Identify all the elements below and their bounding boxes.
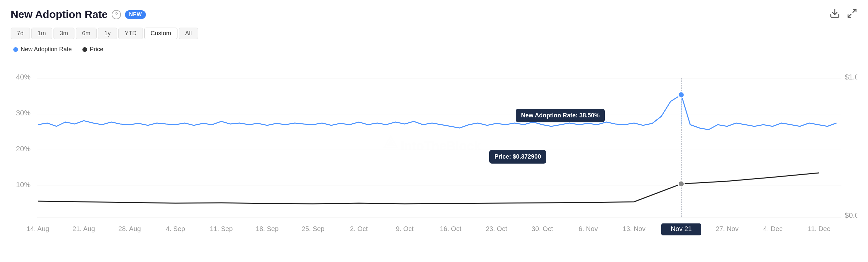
tooltip-adoption-value: 38.50% bbox=[579, 112, 599, 119]
filter-7d[interactable]: 7d bbox=[11, 28, 30, 39]
svg-line-1 bbox=[853, 9, 856, 12]
svg-text:23. Oct: 23. Oct bbox=[486, 225, 507, 232]
filter-1y[interactable]: 1y bbox=[98, 28, 117, 39]
legend-label-price: Price bbox=[90, 46, 103, 53]
svg-text:$1.00: $1.00 bbox=[845, 73, 857, 81]
svg-text:13. Nov: 13. Nov bbox=[623, 225, 646, 232]
header: New Adoption Rate ? NEW bbox=[11, 8, 857, 21]
legend-label-adoption: New Adoption Rate bbox=[21, 46, 72, 53]
svg-text:27. Nov: 27. Nov bbox=[716, 225, 739, 232]
svg-text:4. Sep: 4. Sep bbox=[166, 225, 185, 232]
filter-custom[interactable]: Custom bbox=[144, 28, 178, 39]
time-filters: 7d 1m 3m 6m 1y YTD Custom All bbox=[11, 28, 857, 39]
svg-text:6. Nov: 6. Nov bbox=[579, 225, 598, 232]
filter-1m[interactable]: 1m bbox=[31, 28, 52, 39]
adoption-line bbox=[38, 95, 836, 130]
tooltip-price-label: Price: bbox=[494, 153, 513, 160]
svg-text:Nov 21: Nov 21 bbox=[671, 225, 691, 232]
chart-container: New Adoption Rate ? NEW bbox=[0, 0, 868, 262]
svg-text:18. Sep: 18. Sep bbox=[256, 225, 279, 232]
chart-area: IntoTheBlock 40% 30% 20% 10% $1.00 $0.00… bbox=[11, 58, 857, 238]
svg-text:30. Oct: 30. Oct bbox=[532, 225, 553, 232]
filter-ytd[interactable]: YTD bbox=[118, 28, 143, 39]
svg-text:40%: 40% bbox=[16, 73, 31, 81]
svg-text:16. Oct: 16. Oct bbox=[440, 225, 462, 232]
expand-icon[interactable] bbox=[847, 8, 857, 21]
legend-adoption: New Adoption Rate bbox=[13, 46, 72, 53]
svg-line-2 bbox=[848, 14, 851, 17]
svg-text:$0.00: $0.00 bbox=[845, 211, 857, 220]
filter-3m[interactable]: 3m bbox=[54, 28, 74, 39]
legend-dot-adoption bbox=[13, 47, 18, 52]
svg-text:28. Aug: 28. Aug bbox=[118, 225, 141, 232]
tooltip-price-value: $0.372900 bbox=[513, 153, 541, 160]
svg-text:21. Aug: 21. Aug bbox=[72, 225, 95, 232]
svg-text:30%: 30% bbox=[16, 109, 31, 117]
svg-text:14. Aug: 14. Aug bbox=[27, 225, 49, 232]
header-left: New Adoption Rate ? NEW bbox=[11, 8, 146, 21]
new-badge: NEW bbox=[125, 10, 146, 19]
chart-svg: 40% 30% 20% 10% $1.00 $0.00 14. Aug 21. … bbox=[11, 58, 857, 238]
svg-text:10%: 10% bbox=[16, 180, 31, 189]
svg-text:2. Oct: 2. Oct bbox=[350, 225, 368, 232]
tooltip-adoption: New Adoption Rate: 38.50% bbox=[516, 109, 605, 122]
legend-price: Price bbox=[83, 46, 103, 53]
tooltip-adoption-label: New Adoption Rate: bbox=[521, 112, 579, 119]
svg-text:4. Dec: 4. Dec bbox=[763, 225, 783, 232]
svg-text:9. Oct: 9. Oct bbox=[396, 225, 414, 232]
download-icon[interactable] bbox=[830, 8, 840, 21]
price-dot bbox=[678, 181, 684, 187]
tooltip-price: Price: $0.372900 bbox=[489, 150, 546, 164]
header-right bbox=[830, 8, 857, 21]
help-icon[interactable]: ? bbox=[112, 10, 121, 19]
legend-dot-price bbox=[83, 47, 87, 52]
price-line bbox=[38, 173, 819, 204]
filter-6m[interactable]: 6m bbox=[76, 28, 97, 39]
svg-text:11. Dec: 11. Dec bbox=[808, 225, 831, 232]
legend: New Adoption Rate Price bbox=[11, 46, 857, 53]
svg-text:11. Sep: 11. Sep bbox=[210, 225, 233, 232]
filter-all[interactable]: All bbox=[179, 28, 198, 39]
page-title: New Adoption Rate bbox=[11, 8, 108, 21]
svg-text:20%: 20% bbox=[16, 145, 31, 153]
svg-text:25. Sep: 25. Sep bbox=[302, 225, 325, 232]
